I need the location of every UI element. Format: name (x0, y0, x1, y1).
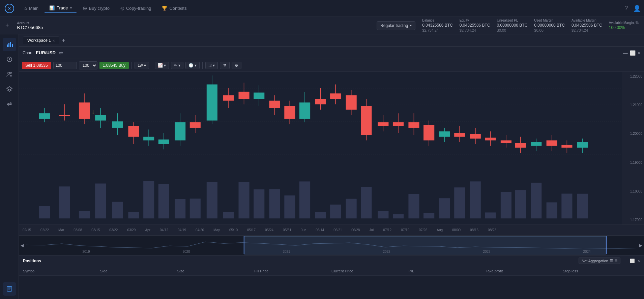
chevron-down-icon: ▾ (70, 6, 72, 10)
nav-main[interactable]: ⌂ Main (20, 4, 43, 13)
settings-button[interactable]: ⚙ (232, 62, 241, 69)
svg-text:↓: ↓ (91, 108, 94, 115)
chart-tools-icon[interactable]: ⇄ (59, 50, 63, 56)
sidebar (0, 34, 19, 299)
sidebar-item-users[interactable] (3, 67, 16, 81)
svg-rect-108 (515, 190, 526, 218)
compare-button[interactable]: ⇉ ▾ (205, 62, 218, 69)
chart-toolbar: Sell 1.08535 100 1.08545 Buy 1w ▾ 📈 ▾ ✏ … (19, 59, 644, 72)
nav-trade[interactable]: 📊 Trade ▾ (45, 3, 76, 13)
flask-button[interactable]: ⚗ (220, 62, 230, 69)
toolbar-separator-3 (202, 62, 203, 69)
trading-mode-selector[interactable]: Regular trading ▾ (377, 21, 415, 30)
workspace-tab-1[interactable]: Workspace 1 × (23, 36, 59, 44)
col-header-pl: P/L (409, 269, 486, 273)
svg-rect-45 (190, 199, 201, 218)
chart-symbol[interactable]: EUR/USD (36, 50, 56, 55)
available-margin-value: 0.04325586 BTC (572, 23, 602, 28)
maximize-button[interactable]: ⬜ (630, 50, 636, 56)
toolbar-separator-2 (152, 62, 152, 69)
drawing-tools-button[interactable]: ✏ ▾ (171, 62, 183, 69)
close-positions-button[interactable]: × (638, 259, 640, 263)
balance-value: 0.04325586 BTC (422, 23, 453, 28)
sell-button[interactable]: Sell 1.08535 (22, 62, 51, 69)
workspace-add-button[interactable]: + (62, 37, 65, 43)
svg-rect-119 (577, 142, 588, 148)
svg-rect-54 (238, 182, 249, 218)
time-label-0: 02/15 (23, 228, 31, 232)
compare-dropdown-icon: ▾ (213, 63, 215, 68)
expand-positions-button[interactable]: ⬜ (630, 259, 635, 263)
svg-rect-17 (39, 113, 50, 119)
navigator-right-arrow[interactable]: ▶ (638, 243, 644, 248)
buy-button[interactable]: 1.08545 Buy (99, 62, 129, 69)
available-margin-pct-value: 100.00% (609, 25, 639, 30)
time-label-19: 06/28 (351, 228, 360, 232)
clock-dropdown-icon: ▾ (195, 63, 197, 68)
svg-rect-81 (378, 211, 388, 218)
user-icon[interactable]: 👤 (633, 5, 641, 12)
unrealized-pl-value: 0.00000000 BTC (497, 23, 528, 28)
workspace-tab-close[interactable]: × (53, 39, 55, 42)
add-account-button[interactable]: + (5, 22, 9, 29)
svg-rect-74 (346, 95, 357, 110)
chart-icon: 📊 (49, 5, 55, 10)
svg-rect-5 (12, 44, 13, 47)
svg-rect-99 (470, 181, 481, 218)
navigator-left-arrow[interactable]: ◀ (19, 243, 25, 248)
minimize-button[interactable]: — (623, 50, 628, 56)
svg-rect-96 (454, 187, 465, 218)
account-label: Account (17, 21, 43, 25)
account-bar: + Account BTC1056685 Regular trading ▾ B… (0, 17, 644, 34)
year-labels: 2019 2020 2021 2022 2023 2024 (36, 250, 637, 253)
compare-icon: ⇉ (208, 63, 212, 68)
indicators-button[interactable]: 📈 ▾ (155, 62, 169, 69)
nav-copy-trading[interactable]: ◎ Copy-trading (116, 4, 156, 13)
svg-rect-117 (561, 193, 572, 218)
used-margin-sub: $0.00 (534, 28, 565, 32)
svg-rect-29 (112, 121, 123, 128)
nav-contests[interactable]: 🏆 Contests (157, 4, 191, 13)
available-margin-pct-stat: Available Margin, % 100.00% (609, 21, 639, 30)
nav-buy-crypto-label: Buy crypto (89, 6, 110, 11)
col-header-symbol: Symbol (23, 269, 100, 273)
sidebar-item-layers[interactable] (3, 82, 16, 96)
logo[interactable]: × (3, 2, 16, 14)
nav-main-label: Main (29, 6, 38, 11)
time-label-23: 07/26 (419, 228, 427, 232)
timeframe-selector[interactable]: 1w ▾ (135, 62, 149, 69)
available-margin-label: Available Margin (572, 19, 602, 22)
chart-navigator[interactable]: ◀ ▶ 2019 2020 2021 2022 2023 2024 (19, 235, 644, 255)
time-label-3: 03/08 (74, 228, 82, 232)
svg-rect-42 (175, 199, 185, 218)
price-label-1: 1.22000 (623, 74, 642, 78)
svg-rect-102 (485, 212, 496, 218)
svg-rect-26 (95, 115, 106, 120)
help-icon[interactable]: ? (624, 5, 628, 12)
sidebar-item-history[interactable] (3, 53, 16, 66)
time-label-27: 08/23 (488, 228, 496, 232)
nav-buy-crypto[interactable]: ⊕ Buy crypto (78, 3, 114, 13)
svg-rect-71 (330, 93, 341, 99)
timeframe-label: 1w (138, 63, 143, 68)
quantity-unit-select[interactable]: 100 (79, 61, 97, 69)
sidebar-item-orders[interactable] (3, 282, 16, 296)
clock-button[interactable]: 🕐 ▾ (185, 62, 200, 69)
col-header-size: Size (177, 269, 255, 273)
minimize-positions-button[interactable]: — (623, 259, 627, 263)
svg-rect-60 (269, 189, 280, 218)
svg-rect-32 (128, 126, 139, 137)
time-label-11: May (213, 228, 220, 232)
toolbar-separator-1 (131, 62, 132, 69)
close-button[interactable]: × (638, 50, 640, 56)
quantity-input[interactable] (53, 62, 77, 69)
time-label-9: 04/19 (178, 228, 186, 232)
net-aggregation-button[interactable]: Net Aggregation ☰ ⊟ (579, 258, 620, 264)
sidebar-item-chart[interactable] (3, 38, 16, 51)
time-label-4: 03/15 (91, 228, 100, 232)
svg-point-8 (10, 72, 12, 74)
sidebar-item-transfer[interactable] (3, 97, 16, 111)
equity-label: Equity (460, 19, 490, 22)
svg-rect-95 (454, 133, 465, 137)
svg-rect-63 (284, 196, 295, 218)
